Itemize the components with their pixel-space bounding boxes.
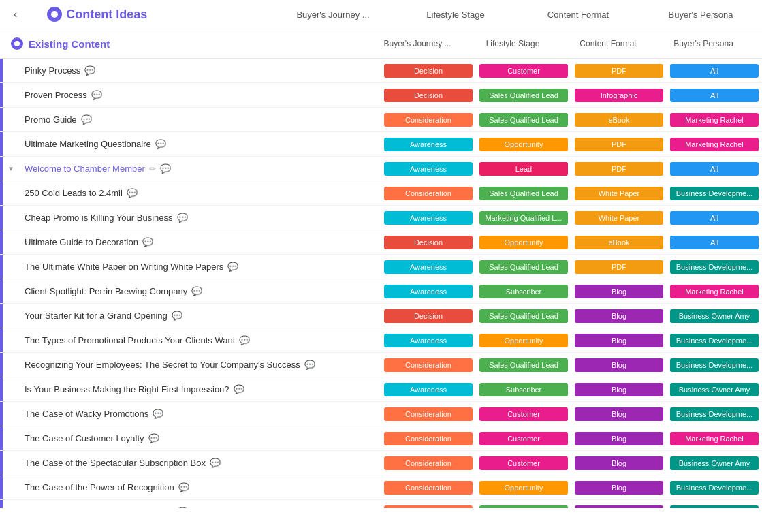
comment-icon[interactable]: 💬: [234, 384, 244, 394]
comment-icon[interactable]: 💬: [227, 262, 238, 272]
cell-badge: Marketing Rachel: [670, 432, 759, 445]
cell-badge: Infographic: [575, 89, 663, 102]
row-cells: ConsiderationCustomerBlogBusiness Develo…: [381, 404, 762, 424]
nav-col-buyers-journey: Buyer's Journey ...: [285, 10, 381, 20]
nav-column-headers: Buyer's Journey ... Lifestyle Stage Cont…: [285, 10, 748, 20]
table-cell: Business Developme...: [667, 355, 762, 375]
table-row: The Ultimate White Paper on Writing Whit…: [0, 255, 762, 279]
comment-icon[interactable]: 💬: [91, 90, 102, 100]
table-cell: Customer: [476, 453, 571, 473]
comment-icon[interactable]: 💬: [142, 237, 153, 247]
table-cell: Marketing Rachel: [667, 428, 762, 449]
table-row: Cheap Promo is Killing Your Business💬Awa…: [0, 206, 762, 230]
cell-badge: Customer: [479, 407, 568, 421]
row-cells: DecisionSales Qualified LeadInfographicA…: [381, 85, 762, 106]
content-title: The Case of Customer Loyalty: [25, 433, 144, 443]
cell-badge: Sales Qualified Lead: [479, 187, 568, 200]
cell-badge: Awareness: [384, 260, 473, 274]
content-title-link[interactable]: Welcome to Chamber Member: [25, 163, 145, 174]
cell-badge: Blog: [575, 505, 663, 509]
cell-badge: Customer: [479, 456, 568, 470]
cell-badge: Blog: [575, 456, 663, 470]
row-left-bar: [0, 132, 3, 156]
edit-icon[interactable]: ✏: [149, 164, 156, 174]
comment-icon[interactable]: 💬: [81, 114, 92, 125]
table-cell: Marketing Rachel: [667, 281, 762, 302]
nav-col-content-format: Content Format: [530, 10, 626, 20]
row-left-bar: [0, 353, 3, 377]
table-cell: Consideration: [381, 478, 476, 498]
back-arrow-icon[interactable]: ‹: [14, 8, 17, 20]
cell-badge: Awareness: [384, 138, 473, 151]
table-row: The Types of Promotional Products Your C…: [0, 328, 762, 353]
row-left-bar: [0, 475, 3, 499]
table-cell: Blog: [571, 404, 667, 424]
cell-badge: All: [670, 64, 759, 78]
cell-badge: Lead: [479, 162, 568, 176]
comment-icon[interactable]: 💬: [84, 65, 95, 76]
table-cell: Marketing Qualified L...: [476, 502, 571, 509]
row-left-bar: [0, 181, 3, 205]
cell-badge: eBook: [575, 236, 663, 249]
cell-badge: PDF: [575, 260, 663, 274]
content-title: The Case of the Power of Recognition: [25, 482, 174, 492]
row-cells: AwarenessSubscriberBlogMarketing Rachel: [381, 281, 762, 302]
cell-badge: Sales Qualified Lead: [479, 260, 568, 274]
comment-icon[interactable]: 💬: [127, 188, 138, 198]
nav-col-persona: Buyer's Persona: [653, 10, 748, 20]
comment-icon[interactable]: 💬: [172, 311, 182, 321]
table-cell: Blog: [571, 306, 667, 326]
section-col-buyers-journey: Buyer's Journey ...: [370, 39, 465, 48]
table-cell: Opportunity: [476, 232, 571, 253]
table-cell: White Paper: [571, 183, 667, 204]
comment-icon[interactable]: 💬: [153, 409, 163, 419]
cell-badge: Opportunity: [479, 236, 568, 249]
row-title: The Case of Customer Loyalty💬: [19, 429, 381, 448]
cell-badge: Decision: [384, 236, 473, 249]
comment-icon[interactable]: 💬: [177, 507, 188, 508]
table-row: Recognizing Your Employees: The Secret t…: [0, 353, 762, 377]
table-row: 250 Cold Leads to 2.4mil💬ConsiderationSa…: [0, 181, 762, 206]
table-cell: Business Developme...: [667, 478, 762, 498]
comment-icon[interactable]: 💬: [177, 213, 188, 223]
cell-badge: White Paper: [575, 211, 663, 225]
row-cells: DecisionOpportunityeBookAll: [381, 232, 762, 253]
comment-icon[interactable]: 💬: [304, 360, 315, 370]
table-cell: Customer: [476, 404, 571, 424]
row-title: The Types of Promotional Products Your C…: [19, 331, 381, 349]
svg-point-0: [51, 11, 58, 18]
content-title: Ultimate Marketing Questionaire: [25, 139, 151, 149]
table-row: Is Your Business Making the Right First …: [0, 377, 762, 402]
row-title: The Case of Getting Customer-Ready💬: [19, 503, 381, 508]
table-cell: All: [667, 159, 762, 179]
cell-badge: All: [670, 211, 759, 225]
cell-badge: PDF: [575, 64, 663, 78]
table-cell: Decision: [381, 232, 476, 253]
logo-icon: [47, 7, 62, 22]
table-cell: Decision: [381, 306, 476, 326]
table-cell: Business Owner Amy: [667, 379, 762, 400]
cell-badge: Business Developme...: [670, 334, 759, 347]
comment-icon[interactable]: 💬: [178, 482, 189, 492]
row-title: Pinky Process💬: [19, 61, 381, 80]
table-cell: Opportunity: [476, 134, 571, 155]
comment-icon[interactable]: 💬: [239, 335, 250, 345]
table-cell: Business Owner Amy: [667, 306, 762, 326]
content-title: Client Spotlight: Perrin Brewing Company: [25, 286, 187, 296]
cell-badge: PDF: [575, 138, 663, 151]
comment-icon[interactable]: 💬: [210, 458, 221, 468]
comment-icon[interactable]: 💬: [160, 163, 171, 174]
row-cells: ConsiderationOpportunityBlogBusiness Dev…: [381, 478, 762, 498]
nav-col-lifestyle: Lifestyle Stage: [408, 10, 503, 20]
cell-badge: Opportunity: [479, 138, 568, 151]
row-cells: ConsiderationCustomerBlogBusiness Owner …: [381, 453, 762, 473]
cell-badge: Business Owner Amy: [670, 456, 759, 470]
comment-icon[interactable]: 💬: [148, 433, 159, 443]
table-cell: All: [667, 61, 762, 81]
comment-icon[interactable]: 💬: [155, 139, 166, 149]
row-toggle[interactable]: ▼: [3, 165, 19, 172]
cell-badge: Blog: [575, 407, 663, 421]
table-cell: Sales Qualified Lead: [476, 85, 571, 106]
comment-icon[interactable]: 💬: [191, 286, 202, 296]
cell-badge: White Paper: [575, 187, 663, 200]
